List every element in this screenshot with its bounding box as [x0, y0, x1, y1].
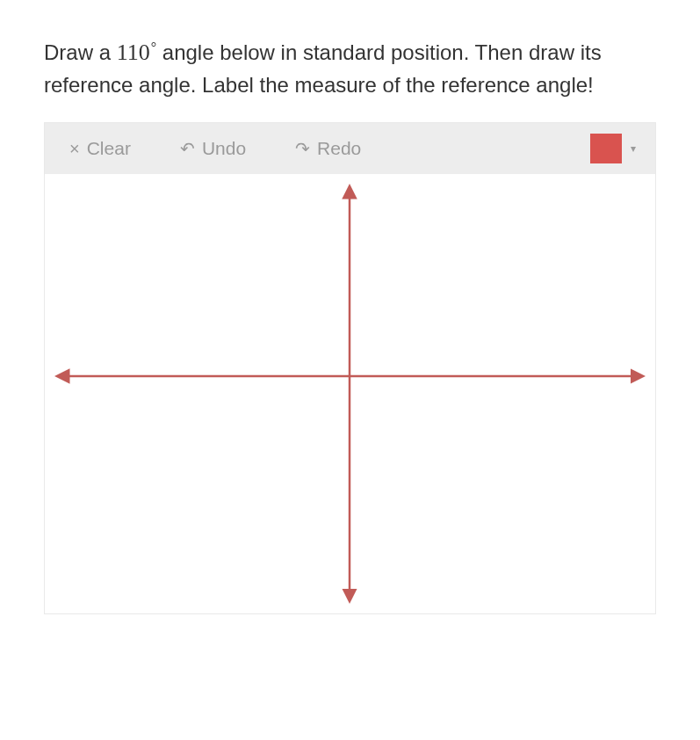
drawing-tool: × Clear ↶ Undo ↷ Redo ▾	[44, 122, 656, 614]
toolbar: × Clear ↶ Undo ↷ Redo ▾	[45, 123, 655, 174]
color-picker[interactable]: ▾	[590, 134, 639, 163]
redo-label: Redo	[317, 138, 361, 159]
chevron-down-icon: ▾	[631, 142, 636, 155]
undo-label: Undo	[202, 138, 246, 159]
redo-button[interactable]: ↷ Redo	[286, 133, 370, 164]
color-swatch	[590, 134, 622, 163]
close-icon: ×	[69, 140, 80, 157]
drawing-canvas[interactable]	[45, 174, 655, 613]
question-prompt: Draw a 110° angle below in standard posi…	[44, 35, 656, 101]
undo-icon: ↶	[180, 140, 195, 157]
clear-button[interactable]: × Clear	[61, 133, 140, 164]
redo-icon: ↷	[295, 140, 310, 157]
axes-svg	[45, 174, 655, 613]
undo-button[interactable]: ↶ Undo	[171, 133, 255, 164]
angle-value: 110	[117, 40, 150, 65]
clear-label: Clear	[87, 138, 131, 159]
prompt-prefix: Draw a	[44, 40, 117, 64]
